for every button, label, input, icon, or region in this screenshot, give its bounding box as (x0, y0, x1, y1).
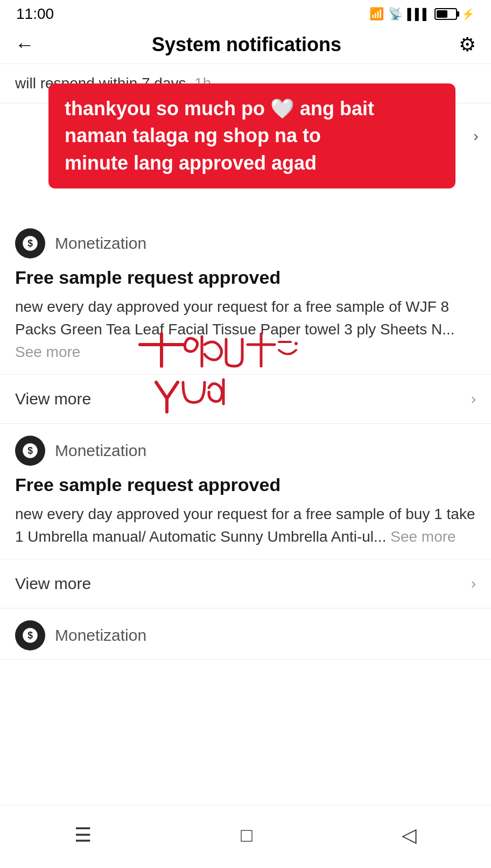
notif-body-1: new every day approved your request for … (15, 296, 476, 363)
svg-text:$: $ (27, 445, 33, 456)
phone-screen: 11:00 📶 📡 ▌▌▌ ⚡ ← System notifications ⚙… (0, 0, 491, 868)
monetization-row-1: $ Monetization (0, 216, 491, 267)
notif-title-2: Free sample request approved (15, 474, 476, 495)
view-more-label-2: View more (15, 575, 91, 593)
signal-bars-icon: ▌▌▌ (407, 8, 430, 20)
back-nav-button[interactable]: ◁ (385, 818, 433, 852)
monetization-label-3: Monetization (55, 626, 146, 645)
notif-body-text-1: new every day approved your request for … (15, 298, 455, 338)
home-button[interactable]: □ (225, 818, 269, 852)
monetization-icon-2: $ (15, 436, 45, 466)
status-bar: 11:00 📶 📡 ▌▌▌ ⚡ (0, 0, 491, 26)
monetization-label-2: Monetization (55, 442, 146, 460)
monetization-row-2: $ Monetization (0, 424, 491, 474)
see-more-button-2[interactable]: See more (390, 528, 455, 545)
settings-button[interactable]: ⚙ (459, 33, 476, 56)
status-icons: 📶 📡 ▌▌▌ ⚡ (369, 7, 475, 21)
notification-section-2: $ Monetization Free sample request appro… (0, 424, 491, 608)
notif-card-2: Free sample request approved new every d… (0, 474, 491, 548)
notification-section-3: $ Monetization (0, 608, 491, 660)
monetization-icon-3: $ (15, 620, 45, 650)
view-more-arrow-2: › (471, 575, 476, 592)
battery-icon (434, 8, 457, 20)
view-more-row-2[interactable]: View more › (0, 559, 491, 608)
battery-bolt-icon: ⚡ (461, 8, 475, 20)
view-more-row-1[interactable]: View more › (0, 374, 491, 423)
view-more-label-1: View more (15, 390, 91, 408)
back-button[interactable]: ← (15, 33, 34, 56)
banner-content: thankyou so much po 🤍 ang bait naman tal… (48, 83, 455, 188)
monetization-label-1: Monetization (55, 234, 146, 253)
banner-text: thankyou so much po 🤍 ang bait naman tal… (65, 95, 439, 177)
status-time: 11:00 (16, 5, 54, 23)
notification-section-1: $ Monetization Free sample request appro… (0, 216, 491, 424)
menu-button[interactable]: ☰ (58, 818, 108, 852)
bottom-nav: ☰ □ ◁ (0, 805, 491, 868)
see-more-button-1[interactable]: See more (15, 344, 80, 360)
view-more-arrow-1: › (471, 390, 476, 408)
banner-arrow-button[interactable]: › (461, 121, 491, 151)
page-title: System notifications (152, 33, 341, 56)
svg-text:$: $ (27, 238, 33, 249)
notif-title-1: Free sample request approved (15, 267, 476, 288)
overlay-banner: thankyou so much po 🤍 ang bait naman tal… (48, 83, 491, 188)
header: ← System notifications ⚙ (0, 26, 491, 64)
dollar-icon-2: $ (22, 443, 38, 459)
signal-icon: 📡 (388, 7, 403, 21)
notif-body-2: new every day approved your request for … (15, 503, 476, 548)
monetization-icon-1: $ (15, 228, 45, 258)
dollar-icon-1: $ (22, 235, 38, 251)
dollar-icon-3: $ (22, 627, 38, 643)
svg-text:$: $ (27, 630, 33, 641)
wifi-icon: 📶 (369, 7, 384, 21)
notif-card-1: Free sample request approved new every d… (0, 267, 491, 363)
monetization-row-3: $ Monetization (0, 608, 491, 659)
